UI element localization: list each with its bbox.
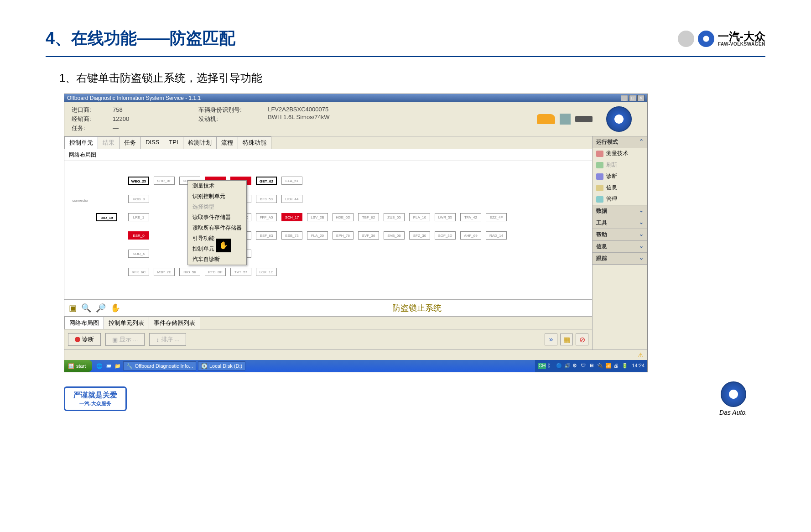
node[interactable]: RFK_6C <box>128 268 149 276</box>
tray-icon[interactable]: 🔵 <box>556 363 562 369</box>
node-weg25[interactable]: WEG_25 <box>128 177 149 185</box>
tab-5[interactable]: 检测计划 <box>183 136 217 149</box>
quick-launch-icon[interactable]: 🌐 <box>96 363 103 369</box>
tray-icon[interactable]: 🔊 <box>564 363 571 369</box>
context-item-1[interactable]: 识别控制单元 <box>188 191 246 202</box>
node[interactable]: SRR_BF <box>154 177 175 185</box>
side-section-3[interactable]: 信息⌄ <box>593 241 647 252</box>
node-get02[interactable]: GET_02 <box>256 177 277 185</box>
zoom-icon[interactable]: 🔎 <box>96 303 106 313</box>
tab-6[interactable]: 流程 <box>216 136 238 149</box>
node[interactable]: SOF_3D <box>435 231 456 240</box>
display-button[interactable]: ▣ 显示 ... <box>105 333 145 346</box>
node[interactable]: LKH_44 <box>281 195 302 203</box>
context-item-7[interactable]: 汽车自诊断 <box>188 254 246 265</box>
taskbar-item[interactable]: 💽 Local Disk (D:) <box>198 361 245 370</box>
cancel-button[interactable]: ⊘ <box>576 334 588 345</box>
tab-7[interactable]: 特殊功能 <box>238 136 271 149</box>
close-button[interactable]: × <box>637 95 645 101</box>
node[interactable]: LWR_55 <box>435 213 456 221</box>
node[interactable]: ESF_63 <box>256 231 277 240</box>
node[interactable]: PLA_10 <box>409 213 430 221</box>
mode-item-3[interactable]: 信息 <box>593 182 647 193</box>
lang-indicator[interactable]: CH <box>538 363 546 369</box>
context-item-0[interactable]: 测量技术 <box>188 181 246 191</box>
node[interactable]: ELA_51 <box>281 177 302 185</box>
mode-header[interactable]: 运行模式⌃ <box>593 136 647 148</box>
tab-2[interactable]: 任务 <box>119 136 141 149</box>
quick-launch-icon[interactable]: 📁 <box>114 363 121 369</box>
context-item-5[interactable]: 引导功能 <box>188 233 246 244</box>
node[interactable]: M3P_2E <box>154 268 175 276</box>
clock[interactable]: 14:24 <box>632 363 645 369</box>
node[interactable]: RTD_DF <box>205 268 226 276</box>
mode-item-4[interactable]: 管理 <box>593 193 647 205</box>
tray-icon[interactable]: 🖨 <box>613 363 620 369</box>
maximize-button[interactable]: □ <box>629 95 636 101</box>
titlebar[interactable]: Offboard Diagnostic Information System S… <box>64 94 647 102</box>
taskbar-item[interactable]: 🔧 Offboard Diagnostic Info... <box>123 361 196 370</box>
tray-icon[interactable]: ⚙ <box>572 363 579 369</box>
node-sch17[interactable]: SCH_17 <box>281 213 302 221</box>
node[interactable]: FFF_A5 <box>256 213 277 221</box>
sort-button[interactable]: ↕ 排序 ... <box>149 333 186 346</box>
system-tray[interactable]: CH ᛕ 🔵 🔊 ⚙ 🛡 🖥 🔌 📶 🖨 🔋 14:24 <box>535 360 647 372</box>
node[interactable]: BF3_53 <box>256 195 277 203</box>
grid-button[interactable]: ▦ <box>560 334 573 345</box>
node[interactable]: FLA_20 <box>307 231 328 240</box>
node[interactable]: TBF_62 <box>358 213 379 221</box>
tab-4[interactable]: TPI <box>164 136 183 149</box>
network-diagram[interactable]: 网络布局图 connector DID_19 WEG_25 SRR_BF SRL… <box>64 149 592 300</box>
node[interactable]: LGK_1C <box>256 268 277 276</box>
subtab-1[interactable]: 控制单元列表 <box>104 317 149 329</box>
node-esr[interactable]: ESR_0 <box>128 231 149 240</box>
node[interactable]: SVF_36 <box>358 231 379 240</box>
side-section-2[interactable]: 帮助⌄ <box>593 229 647 240</box>
context-item-6[interactable]: 控制单元 <box>188 244 246 254</box>
side-section-4[interactable]: 跟踪⌄ <box>593 253 647 264</box>
node[interactable]: RIO_56 <box>179 268 200 276</box>
node[interactable]: SVB_06 <box>384 231 405 240</box>
context-item-4[interactable]: 读取所有事件存储器 <box>188 223 246 233</box>
tray-icon[interactable]: 🛡 <box>581 363 587 369</box>
subtab-2[interactable]: 事件存储器列表 <box>149 317 200 329</box>
mode-item-0[interactable]: 测量技术 <box>593 148 647 159</box>
context-menu[interactable]: 测量技术识别控制单元选择类型读取事件存储器读取所有事件存储器引导功能控制单元汽车… <box>187 180 247 265</box>
node[interactable]: TFA_42 <box>460 213 481 221</box>
zoom-in-icon[interactable]: 🔍 <box>81 303 91 313</box>
pan-icon[interactable]: ✋ <box>110 303 120 313</box>
side-section-0[interactable]: 数据⌄ <box>593 205 647 217</box>
tab-0[interactable]: 控制单元 <box>64 136 98 149</box>
node[interactable]: HDE_6D <box>333 213 354 221</box>
side-section-1[interactable]: 工具⌄ <box>593 217 647 229</box>
tray-icon[interactable]: 📶 <box>605 363 612 369</box>
mode-item-2[interactable]: 诊断 <box>593 171 647 182</box>
tray-icon[interactable]: 🔌 <box>597 363 603 369</box>
node[interactable]: HOB_8 <box>128 195 149 203</box>
node[interactable]: ZUS_05 <box>384 213 405 221</box>
tab-3[interactable]: DISS <box>140 136 164 149</box>
tray-icon[interactable]: 🖥 <box>589 363 595 369</box>
tray-icon[interactable]: 🔋 <box>622 363 628 369</box>
context-item-2[interactable]: 选择类型 <box>188 202 246 212</box>
next-button[interactable]: » <box>545 334 557 345</box>
mode-item-1[interactable]: 刷新 <box>593 159 647 171</box>
node[interactable]: TVT_57 <box>230 268 251 276</box>
node-did19[interactable]: DID_19 <box>96 213 117 221</box>
context-item-3[interactable]: 读取事件存储器 <box>188 212 246 223</box>
node[interactable]: LRE_1 <box>128 213 149 221</box>
node[interactable]: SFZ_30 <box>409 231 430 240</box>
subtab-0[interactable]: 网络布局图 <box>64 317 104 329</box>
minimize-button[interactable]: _ <box>621 95 628 101</box>
node[interactable]: RAD_14 <box>486 231 507 240</box>
tab-1[interactable]: 结果 <box>98 136 120 149</box>
node[interactable]: AHF_69 <box>460 231 481 240</box>
node[interactable]: ESB_73 <box>281 231 302 240</box>
start-button[interactable]: 🪟 start <box>64 360 92 372</box>
node[interactable]: LSV_2B <box>307 213 328 221</box>
quick-launch-icon[interactable]: 📨 <box>105 363 112 369</box>
tray-icon[interactable]: ᛕ <box>548 363 554 369</box>
node[interactable]: EPH_76 <box>333 231 354 240</box>
node[interactable]: SOU_4 <box>128 250 149 258</box>
fit-icon[interactable]: ▣ <box>69 303 77 313</box>
